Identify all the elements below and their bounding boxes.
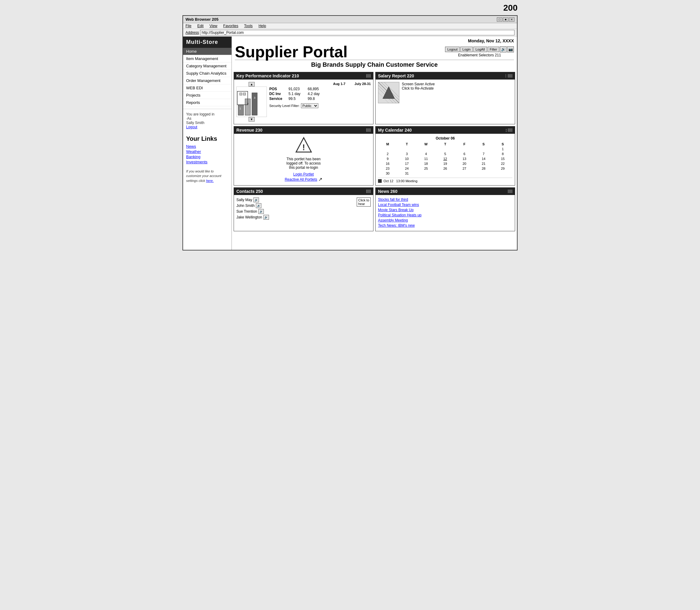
browser-window: Web Browser 205 □ ■ ✕ File Edit View Fav… [182,15,518,251]
kpi-filter-select[interactable]: Public Private [301,103,318,108]
kpi-chart: 1 2 3 [237,86,267,117]
kpi-pos-val1: 91,023 [289,87,305,91]
cal-header-s2: S [493,142,512,147]
login-portlet-link[interactable]: Login Portlet [285,172,323,176]
contact-row-jake: Jake Wellington 🔊 [237,215,269,220]
page-wrapper: 200 Web Browser 205 □ ■ ✕ File Edit View… [182,6,518,251]
menu-favorites[interactable]: Favorites [223,24,238,28]
kpi-service-val2: 99.8 [308,97,324,101]
salary-screensaver-text: Screen Saver Active Click to Re-Activate [402,82,435,91]
contacts-portlet-body: Sally May 🔊 John Smith 🔊 [234,195,373,223]
news-item-2[interactable]: Local Football Team wins [378,203,512,207]
kpi-body: ▲ 1 [237,82,371,122]
kpi-row-pos: POS 91,023 68,895 [269,87,371,91]
salary-grip[interactable] [508,74,512,78]
kpi-portlet: Key Performance Indicator 210 ▲ [234,72,373,124]
browser-title: Web Browser 205 [185,17,218,22]
sidebar-item-item-management[interactable]: Item Management [183,55,231,62]
sidebar-logout-link[interactable]: Logout [186,125,228,129]
sidebar-item-projects[interactable]: Projects [183,92,231,99]
cal-header-s1: S [474,142,493,147]
contact-sally-name: Sally May [237,198,252,202]
kpi-scroll-up[interactable]: ▲ [248,82,255,86]
contact-john-icon[interactable]: 🔊 [256,203,261,208]
sidebar-link-banking[interactable]: Banking [186,155,228,159]
news-item-1[interactable]: Stocks fall for third [378,197,512,202]
main-content: Monday, Nov 12, XXXX Supplier Portal Log… [232,36,517,250]
cursor-icon: ↗ [318,176,322,182]
salary-title: Salary Report 220 [378,74,414,78]
revenue-grip[interactable] [366,128,371,132]
news-item-5[interactable]: Assembly Meeting [378,218,512,222]
revenue-portlet-header: Revenue 230 [234,126,373,134]
salary-thumbnail[interactable] [378,82,400,103]
contact-sally-icon[interactable]: 🔊 [254,197,259,202]
contact-sue-icon[interactable]: 🔊 [258,209,264,214]
sidebar-links-title: Your Links [186,135,228,142]
kpi-scroll-down[interactable]: ▼ [248,117,255,122]
sidebar-item-home[interactable]: Home [183,48,231,55]
contact-jake-icon[interactable]: 🔊 [263,215,269,220]
calendar-grip[interactable] [508,128,512,132]
sidebar-item-supply-chain[interactable]: Supply Chain Analytics [183,70,231,77]
contacts-portlet: Contacts 250 Sal [234,187,373,231]
sidebar-link-weather[interactable]: Weather [186,149,228,154]
kpi-filter-label: Security Level Filter: [269,104,300,108]
menu-file[interactable]: File [185,24,191,28]
cal-week-6: 3031 [378,171,512,176]
news-grip[interactable] [508,190,512,193]
speaker-icon-btn[interactable]: 🔊 [500,46,507,52]
cal-week-1: 1 [378,147,512,151]
browser-minimize-btn[interactable]: □ [497,17,502,22]
cal-week-4: 1617 1819 2021 22 [378,161,512,166]
news-item-6[interactable]: Tech News: IBM's new [378,223,512,228]
contacts-grip[interactable] [366,190,371,193]
menu-help[interactable]: Help [259,24,266,28]
sidebar-link-news[interactable]: News [186,144,228,149]
logout-button[interactable]: Logout [445,47,460,52]
kpi-pos-label: POS [269,87,286,91]
screen-saver-line1: Screen Saver Active [402,82,435,86]
reactive-all-link[interactable]: Reactive All Portlets [285,177,318,181]
sidebar-item-category-management[interactable]: Category Management [183,62,231,70]
calendar-event-dot [378,179,382,183]
address-label: Address [185,31,199,35]
revenue-body-text: This portlet has been logged off. To acc… [286,157,321,170]
portlets-grid: Key Performance Indicator 210 ▲ [232,70,517,233]
kpi-title: Key Performance Indicator 210 [237,74,299,78]
sidebar-item-order-management[interactable]: Order Management [183,77,231,84]
kpi-grip[interactable] [366,74,371,78]
kpi-dc-label: DC Inv [269,92,286,96]
menu-view[interactable]: View [210,24,217,28]
login-button[interactable]: Login [460,47,473,52]
filter-button[interactable]: Filter [488,47,499,52]
logall-button[interactable]: LogAll [473,47,487,52]
header-date: Monday, Nov 12, XXXX [235,38,514,43]
news-item-3[interactable]: Movie Stars Break Up [378,208,512,212]
revenue-portlet-body: ! This portlet has been logged off. To a… [234,134,373,184]
menu-tools[interactable]: Tools [244,24,253,28]
svg-text:!: ! [302,143,305,152]
cal-header-m: M [378,142,397,147]
address-input[interactable] [200,30,515,35]
kpi-date-header: Aug 1-7 July 28-31 [269,82,371,86]
sidebar-user-info: You are logged in ·As Sally Smith Logout [183,109,231,132]
browser-close-btn[interactable]: ✕ [509,17,515,22]
sidebar-item-web-edi[interactable]: WEB EDI [183,84,231,92]
menu-edit[interactable]: Edit [197,24,204,28]
contacts-list: Sally May 🔊 John Smith 🔊 [237,197,269,221]
customize-link[interactable]: here. [206,179,213,182]
news-title: News 260 [378,189,397,194]
calendar-portlet-header: My Calendar 240 ¦ [376,126,515,134]
contact-sue-name-icon: Sue Trention 🔊 [237,209,264,214]
contact-row-sue: Sue Trention 🔊 [237,209,269,214]
camera-icon-btn[interactable]: 📷 [507,46,514,52]
sidebar-link-investments[interactable]: Investments [186,160,228,164]
sidebar-item-reports[interactable]: Reports [183,99,231,106]
calendar-title: My Calendar 240 [378,128,412,132]
news-item-4[interactable]: Political Situation Heats up [378,213,512,217]
contact-row-john: John Smith 🔊 [237,203,269,208]
event-time: 13:00 Meeting [396,179,418,183]
browser-maximize-btn[interactable]: ■ [503,17,508,22]
browser-titlebar: Web Browser 205 □ ■ ✕ [183,16,517,23]
